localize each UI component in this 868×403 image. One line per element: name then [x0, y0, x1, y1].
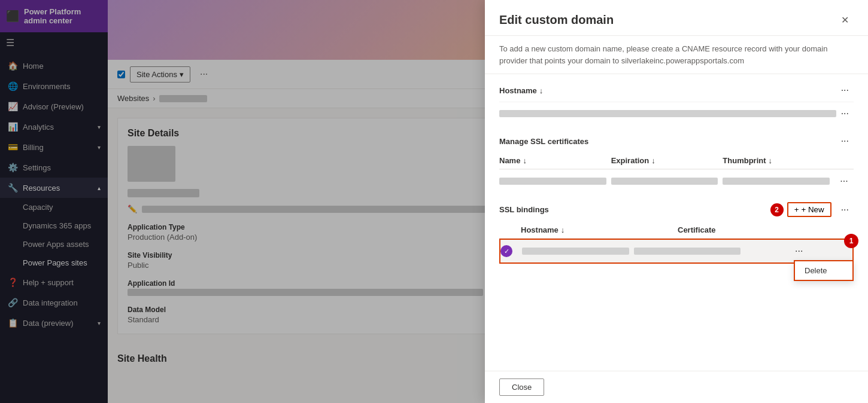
bindings-data-row-wrapper: ✓ ··· 1 Delete	[499, 239, 854, 264]
new-button-wrapper: 2 + + New	[770, 202, 831, 217]
panel-description: To add a new custom domain name, please …	[485, 36, 868, 74]
delete-context-menu: Delete	[794, 260, 854, 281]
hostname-data-row: ···	[499, 102, 854, 125]
sort-icon: ↓	[523, 156, 527, 165]
ssl-data-row: ···	[499, 169, 854, 193]
delete-menu-item[interactable]: Delete	[795, 261, 852, 280]
bindings-col-certificate: Certificate	[678, 225, 830, 234]
ssl-col-name: Name ↓	[499, 156, 606, 165]
bindings-label: SSL bindings	[499, 205, 549, 214]
bindings-col-hostname: Hostname ↓	[521, 225, 673, 234]
ssl-name-redacted	[499, 178, 606, 185]
ssl-label: Manage SSL certificates	[499, 137, 588, 146]
hostname-value-redacted	[499, 110, 836, 117]
callout-2: 2	[770, 203, 784, 216]
hostname-section-header: Hostname ↓ ···	[499, 84, 854, 97]
ssl-header-row: Manage SSL certificates ···	[499, 135, 854, 148]
hostname-row-more-button[interactable]: ···	[836, 107, 854, 120]
ssl-bindings-section: SSL bindings 2 + + New ··· Hostname	[499, 202, 854, 264]
sort-icon: ↓	[561, 225, 565, 234]
panel-body: Hostname ↓ ··· ··· Manage SSL certificat…	[485, 74, 868, 371]
ssl-section: Manage SSL certificates ··· Name ↓ Expir…	[499, 135, 854, 193]
sort-icon: ↓	[539, 86, 544, 95]
sort-icon: ↓	[651, 156, 655, 165]
panel-title: Edit custom domain	[499, 13, 614, 27]
binding-check-icon: ✓	[500, 245, 512, 257]
panel-footer: Close	[485, 371, 868, 403]
hostname-more-button[interactable]: ···	[836, 84, 854, 97]
callout-1: 1	[844, 234, 858, 248]
hostname-label: Hostname ↓	[499, 86, 543, 95]
edit-custom-domain-panel: Edit custom domain ✕ To add a new custom…	[485, 0, 868, 403]
bindings-actions: 2 + + New ···	[770, 202, 854, 217]
binding-cert-redacted	[634, 248, 741, 255]
new-label: + New	[802, 205, 824, 214]
bindings-header-row: SSL bindings 2 + + New ···	[499, 202, 854, 217]
bindings-more-button[interactable]: ···	[836, 203, 854, 216]
ssl-expiration-redacted	[611, 178, 718, 185]
ssl-more-button[interactable]: ···	[836, 135, 854, 148]
panel-close-button[interactable]: ✕	[836, 12, 854, 28]
ssl-col-expiration: Expiration ↓	[611, 156, 718, 165]
binding-hostname-redacted	[522, 248, 629, 255]
ssl-row-more-button[interactable]: ···	[834, 175, 854, 188]
ssl-col-thumbprint: Thumbprint ↓	[723, 156, 830, 165]
panel-header: Edit custom domain ✕	[485, 0, 868, 36]
new-binding-button[interactable]: + + New	[787, 202, 831, 217]
binding-row-more-button[interactable]: ···	[745, 245, 852, 258]
close-panel-button[interactable]: Close	[499, 378, 544, 396]
ssl-thumbprint-redacted	[723, 178, 830, 185]
sort-icon: ↓	[769, 156, 773, 165]
ssl-columns: Name ↓ Expiration ↓ Thumbprint ↓	[499, 152, 854, 169]
bindings-columns: Hostname ↓ Certificate	[499, 222, 854, 239]
plus-icon: +	[794, 205, 799, 214]
